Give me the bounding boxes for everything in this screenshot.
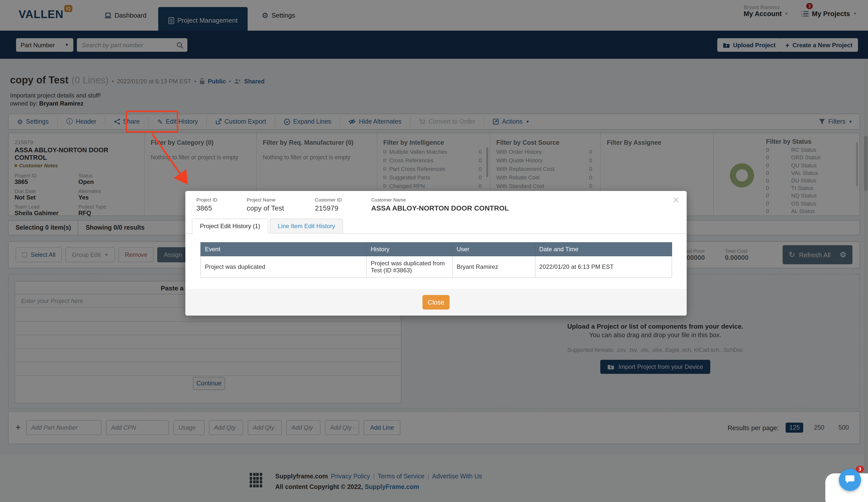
modal-field-value: 215979: [315, 204, 342, 212]
tab-label: Line Item Edit History: [278, 223, 335, 230]
annotation-highlight-box: [126, 111, 178, 133]
table-cell: Project was duplicated: [201, 256, 366, 278]
tab-label: Project Edit History (1): [200, 223, 260, 230]
table-cell: Project was duplicated from Test (ID #38…: [366, 256, 452, 278]
modal-field-value: ASSA ABLOY-NORTON DOOR CONTROL: [371, 204, 509, 212]
modal-field-label: Project ID: [196, 197, 217, 203]
chat-icon: [844, 475, 856, 485]
tab-project-edit-history[interactable]: Project Edit History (1): [192, 218, 268, 234]
table-header-row: EventHistoryUserDate and Time: [201, 243, 672, 256]
modal-customer-id: Customer ID 215979: [315, 197, 342, 212]
edit-history-table: EventHistoryUserDate and Time Project wa…: [200, 242, 672, 278]
chat-bubble-button[interactable]: [839, 469, 861, 491]
tab-line-item-edit-history[interactable]: Line Item Edit History: [270, 218, 343, 233]
table-header-cell: Date and Time: [535, 243, 672, 256]
app-viewport: VALLEN IQ Dashboard Project Management ⚙…: [0, 0, 868, 502]
modal-field-value: 3865: [196, 204, 217, 212]
table-header-cell: Event: [201, 243, 366, 256]
table-row: Project was duplicatedProject was duplic…: [201, 256, 672, 278]
modal-footer: Close: [185, 289, 687, 316]
table-header-cell: History: [366, 243, 452, 256]
edit-history-modal: ✕ Project ID 3865 Project Name copy of T…: [185, 191, 687, 316]
modal-project-name: Project Name copy of Test: [247, 197, 284, 212]
modal-project-id: Project ID 3865: [196, 197, 217, 212]
chat-unread-badge: 3: [856, 466, 864, 472]
table-cell: Bryant Ramirez: [452, 256, 535, 278]
close-button[interactable]: Close: [422, 295, 450, 309]
modal-customer-name: Customer Name ASSA ABLOY-NORTON DOOR CON…: [371, 197, 509, 212]
table-header-cell: User: [452, 243, 535, 256]
modal-field-label: Customer Name: [371, 197, 509, 203]
modal-field-label: Customer ID: [315, 197, 342, 203]
table-cell: 2022/01/20 at 6:13 PM EST: [535, 256, 672, 278]
modal-tabs: Project Edit History (1) Line Item Edit …: [185, 219, 687, 234]
modal-field-label: Project Name: [247, 197, 284, 203]
modal-field-value: copy of Test: [247, 204, 284, 212]
